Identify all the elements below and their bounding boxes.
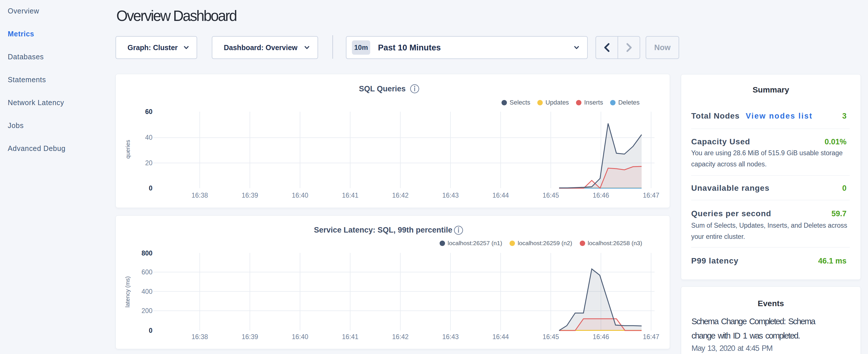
svg-text:16:39: 16:39 [242,333,258,341]
svg-text:40: 40 [145,134,152,141]
svg-text:16:41: 16:41 [342,333,359,341]
svg-text:16:42: 16:42 [392,192,409,199]
svg-text:60: 60 [145,108,152,116]
svg-text:0: 0 [149,327,152,334]
svg-text:600: 600 [142,268,152,276]
svg-text:16:42: 16:42 [392,333,409,341]
svg-text:queries: queries [125,140,131,159]
svg-text:16:43: 16:43 [442,192,459,199]
svg-text:0: 0 [149,185,152,192]
svg-text:16:44: 16:44 [492,192,509,199]
svg-text:16:45: 16:45 [542,192,559,199]
svg-text:400: 400 [142,288,152,295]
svg-text:16:46: 16:46 [593,192,609,199]
svg-text:SQL Queries: SQL Queries [359,85,405,93]
svg-text:20: 20 [145,159,152,167]
svg-text:16:45: 16:45 [542,333,559,341]
svg-text:16:38: 16:38 [191,333,208,341]
svg-text:800: 800 [142,250,152,257]
svg-text:latency (ms): latency (ms) [124,277,131,308]
svg-text:16:38: 16:38 [191,192,208,199]
svg-text:16:46: 16:46 [593,333,609,341]
svg-text:16:41: 16:41 [342,192,359,199]
svg-text:Service Latency: SQL, 99th per: Service Latency: SQL, 99th percentile [314,226,452,234]
svg-text:16:44: 16:44 [492,333,509,341]
svg-text:16:47: 16:47 [643,333,659,341]
svg-text:200: 200 [142,307,152,315]
svg-text:16:39: 16:39 [242,192,258,199]
svg-text:16:40: 16:40 [292,192,308,199]
svg-text:16:40: 16:40 [292,333,308,341]
svg-text:16:43: 16:43 [442,333,459,341]
svg-text:16:47: 16:47 [643,192,659,199]
